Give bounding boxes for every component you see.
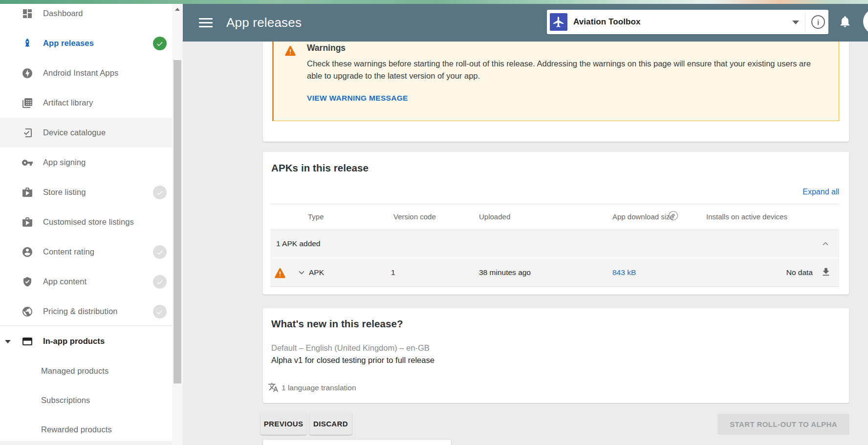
scroll-up-arrow-icon[interactable]	[175, 8, 180, 11]
apk-uploaded-cell: 38 minutes ago	[479, 258, 531, 286]
apks-card-title: APKs in this release	[271, 162, 369, 174]
sidebar-item-dashboard[interactable]: Dashboard	[0, 0, 172, 28]
sidebar-divider	[0, 325, 172, 326]
apk-installs-cell: No data	[786, 258, 813, 286]
notifications-bell-icon[interactable]	[838, 15, 852, 29]
sidebar-item-label: Content rating	[43, 247, 94, 256]
selector-divider	[805, 13, 805, 31]
sidebar-item-label: In-app products	[43, 337, 105, 346]
sidebar-item-subscriptions[interactable]: Subscriptions	[0, 385, 172, 415]
sidebar-item-label: Managed products	[41, 366, 108, 376]
complete-check-icon	[153, 186, 167, 199]
selected-app-name: Aviation Toolbox	[573, 10, 641, 34]
key-icon	[22, 157, 33, 169]
warning-title: Warnings	[307, 43, 346, 53]
apk-type-cell: APK	[309, 258, 324, 286]
app-header: App releases Aviation Toolbox i	[183, 4, 868, 42]
warning-body-text: Check these warnings before starting the…	[307, 58, 818, 82]
apk-group-label: 1 APK added	[276, 230, 321, 257]
column-header-version-code: Version code	[393, 212, 436, 221]
collapse-chevron-icon[interactable]	[820, 238, 831, 249]
sidebar-item-app-content[interactable]: App content	[0, 267, 172, 297]
app-icon	[550, 13, 567, 31]
sidebar-item-app-signing[interactable]: App signing	[0, 148, 172, 177]
view-warning-message-link[interactable]: VIEW WARNING MESSAGE	[307, 94, 408, 103]
dashboard-icon	[22, 8, 33, 20]
column-header-uploaded: Uploaded	[479, 212, 510, 221]
expand-all-link[interactable]: Expand all	[803, 188, 839, 196]
sidebar: Dashboard App releases Android Instant A…	[0, 4, 172, 445]
sidebar-item-in-app-products[interactable]: In-app products	[0, 326, 172, 356]
apk-group-row[interactable]: 1 APK added	[270, 230, 839, 257]
column-header-app-download-size: App download size	[612, 212, 674, 221]
sidebar-item-pricing-distribution[interactable]: Pricing & distribution	[0, 297, 172, 326]
expand-arrow-icon[interactable]	[5, 340, 11, 343]
complete-check-icon	[153, 245, 167, 259]
apk-download-size-link[interactable]: 843 kB	[612, 258, 636, 286]
sidebar-item-label: Store listing	[43, 188, 86, 197]
discard-button[interactable]: DISCARD	[309, 413, 352, 435]
apk-version-code-cell: 1	[391, 258, 395, 286]
store-bag-icon	[22, 216, 33, 228]
translation-count-label: 1 language translation	[282, 383, 356, 392]
apks-in-release-card: APKs in this release Expand all Type Ver…	[263, 152, 849, 295]
sidebar-item-label: Customised store listings	[43, 217, 134, 227]
release-notes-locale: Default – English (United Kingdom) – en-…	[271, 343, 430, 353]
sidebar-item-rewarded-products[interactable]: Rewarded products	[0, 415, 172, 445]
page-title: App releases	[226, 4, 302, 42]
sidebar-item-store-listing[interactable]: Store listing	[0, 177, 172, 207]
expand-chevron-icon[interactable]	[296, 267, 307, 278]
sidebar-item-android-instant-apps[interactable]: Android Instant Apps	[0, 58, 172, 88]
divider	[270, 204, 839, 204]
lightning-bolt-icon	[22, 67, 33, 79]
whats-new-title: What's new in this release?	[271, 318, 403, 330]
complete-check-icon	[153, 275, 167, 289]
globe-icon	[22, 306, 33, 318]
sidebar-item-label: Subscriptions	[41, 396, 90, 405]
card-icon	[22, 336, 33, 347]
rocket-icon	[22, 38, 33, 49]
start-rollout-button[interactable]: START ROLL-OUT TO ALPHA	[717, 414, 849, 435]
sidebar-item-customised-store-listings[interactable]: Customised store listings	[0, 207, 172, 237]
sidebar-item-label: Dashboard	[43, 9, 83, 18]
sidebar-item-label: App signing	[43, 158, 86, 167]
apk-warning-triangle-icon	[274, 266, 286, 279]
sidebar-item-artifact-library[interactable]: Artifact library	[0, 88, 172, 118]
apk-table-row: APK 1 38 minutes ago 843 kB No data	[270, 258, 839, 287]
column-header-type: Type	[308, 212, 324, 221]
sidebar-scrollbar[interactable]	[172, 4, 183, 445]
device-check-icon	[22, 127, 33, 139]
help-icon[interactable]: ?	[669, 211, 678, 220]
sidebar-item-label: Rewarded products	[41, 425, 112, 434]
download-apk-icon[interactable]	[821, 267, 831, 277]
app-selector-dropdown[interactable]: Aviation Toolbox i	[547, 10, 828, 34]
sidebar-item-label: App releases	[43, 39, 94, 48]
sidebar-item-label: App content	[43, 277, 87, 286]
translate-icon	[268, 382, 279, 393]
complete-check-icon	[153, 37, 167, 50]
person-circle-icon	[22, 246, 33, 258]
account-avatar[interactable]	[863, 9, 868, 34]
sidebar-item-label: Artifact library	[43, 98, 93, 107]
dropdown-caret-icon[interactable]	[792, 21, 799, 24]
scrollbar-thumb[interactable]	[174, 60, 181, 383]
grid-library-icon	[22, 97, 33, 109]
sidebar-item-label: Pricing & distribution	[43, 307, 118, 316]
sidebar-item-app-releases[interactable]: App releases	[0, 28, 172, 58]
shield-check-icon	[22, 276, 33, 288]
column-header-installs-active-devices: Installs on active devices	[706, 212, 787, 221]
menu-icon[interactable]	[199, 18, 213, 27]
sidebar-item-device-catalogue[interactable]: Device catalogue	[0, 118, 172, 148]
warning-banner: Warnings Check these warnings before sta…	[272, 42, 839, 121]
whats-new-card: What's new in this release? Default – En…	[263, 308, 849, 403]
sidebar-item-label: Android Instant Apps	[43, 68, 118, 78]
sidebar-item-label: Device catalogue	[43, 128, 106, 137]
sidebar-item-managed-products[interactable]: Managed products	[0, 356, 172, 386]
warning-triangle-icon	[284, 44, 297, 57]
release-notes-text: Alpha v1 for closed testing prior to ful…	[271, 356, 434, 365]
sidebar-next-row-edge	[0, 441, 172, 445]
previous-button[interactable]: PREVIOUS	[260, 413, 306, 435]
warnings-card: Warnings Check these warnings before sta…	[263, 42, 849, 142]
app-info-icon[interactable]: i	[811, 15, 825, 29]
sidebar-item-content-rating[interactable]: Content rating	[0, 237, 172, 267]
